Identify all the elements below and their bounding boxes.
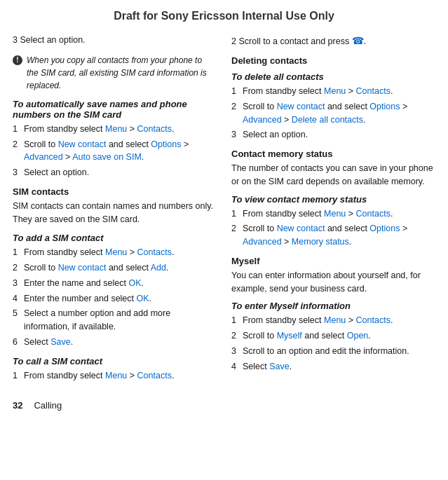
myself-body: You can enter information about yourself… <box>231 269 433 296</box>
add-sim-title: To add a SIM contact <box>13 233 215 243</box>
sim-contacts-section: SIM contacts SIM contacts can contain na… <box>13 186 215 226</box>
page-footer: 32 Calling <box>0 395 448 411</box>
list-item: 3Select an option. <box>13 166 215 179</box>
contact-memory-section: Contact memory status The number of cont… <box>231 149 433 249</box>
list-item: 3Select an option. <box>231 128 433 142</box>
call-sim-section: To call a SIM contact 1From standby sele… <box>13 356 215 383</box>
call-icon: ☎ <box>352 35 364 46</box>
call-sim-title: To call a SIM contact <box>13 356 215 366</box>
step2-scroll: 2 Scroll to a contact and press ☎. <box>231 34 433 48</box>
list-item: 4Enter the number and select OK. <box>13 292 215 306</box>
sim-contacts-body: SIM contacts can contain names and numbe… <box>13 200 215 226</box>
left-column: 3 Select an option. ! When you copy all … <box>13 34 223 389</box>
step3-intro: 3 Select an option. <box>13 34 215 47</box>
call-sim-steps: 1From standby select Menu > Contacts. <box>13 369 215 383</box>
list-item: 6Select Save. <box>13 336 215 349</box>
list-item: 2Scroll to New contact and select Option… <box>231 100 433 127</box>
view-memory-steps: 1From standby select Menu > Contacts. 2S… <box>231 207 433 249</box>
auto-save-steps: 1From standby select Menu > Contacts. 2S… <box>13 123 215 179</box>
list-item: 1From standby select Menu > Contacts. <box>231 314 433 327</box>
list-item: 1From standby select Menu > Contacts. <box>231 85 433 98</box>
deleting-contacts-section: Deleting contacts To delete all contacts… <box>231 55 433 142</box>
list-item: 3Enter the name and select OK. <box>13 277 215 290</box>
footer-label: Calling <box>34 400 62 411</box>
list-item: 1From standby select Menu > Contacts. <box>13 369 215 383</box>
sim-contacts-title: SIM contacts <box>13 186 215 197</box>
add-sim-section: To add a SIM contact 1From standby selec… <box>13 233 215 348</box>
list-item: 4Select Save. <box>231 360 433 373</box>
myself-title: Myself <box>231 256 433 266</box>
page-number: 32 <box>13 400 22 411</box>
note-icon: ! <box>13 55 22 65</box>
view-memory-title: To view contact memory status <box>231 194 433 205</box>
auto-save-section: To automatically save names and phone nu… <box>13 99 215 179</box>
list-item: 1From standby select Menu > Contacts. <box>13 123 215 136</box>
contact-memory-title: Contact memory status <box>231 149 433 159</box>
list-item: 2Scroll to New contact and select Option… <box>231 222 433 249</box>
list-item: 2Scroll to Myself and select Open. <box>231 329 433 343</box>
delete-all-title: To delete all contacts <box>231 71 433 82</box>
auto-save-title: To automatically save names and phone nu… <box>13 99 215 120</box>
list-item: 2Scroll to New contact and select Option… <box>13 138 215 165</box>
list-item: 3Scroll to an option and edit the inform… <box>231 345 433 358</box>
enter-myself-title: To enter Myself information <box>231 301 433 311</box>
myself-section: Myself You can enter information about y… <box>231 256 433 373</box>
page-header: Draft for Sony Ericsson Internal Use Onl… <box>0 7 448 25</box>
list-item: 5Select a number option and add more inf… <box>13 307 215 334</box>
deleting-contacts-title: Deleting contacts <box>231 55 433 66</box>
delete-all-steps: 1From standby select Menu > Contacts. 2S… <box>231 85 433 142</box>
contact-memory-body: The number of contacts you can save in y… <box>231 162 433 188</box>
note-block: ! When you copy all contacts from your p… <box>13 54 215 92</box>
enter-myself-steps: 1From standby select Menu > Contacts. 2S… <box>231 314 433 373</box>
note-text: When you copy all contacts from your pho… <box>27 54 215 92</box>
add-sim-steps: 1From standby select Menu > Contacts. 2S… <box>13 246 215 348</box>
list-item: 2Scroll to New contact and select Add. <box>13 261 215 275</box>
list-item: 1From standby select Menu > Contacts. <box>13 246 215 259</box>
list-item: 1From standby select Menu > Contacts. <box>231 207 433 221</box>
right-column: 2 Scroll to a contact and press ☎. Delet… <box>223 34 433 389</box>
